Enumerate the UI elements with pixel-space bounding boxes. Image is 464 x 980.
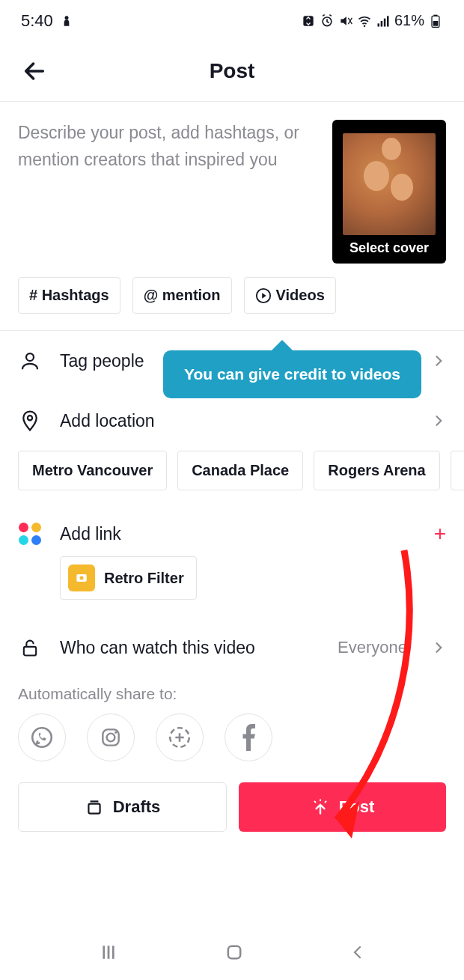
home-icon (224, 942, 245, 963)
privacy-label: Who can watch this video (60, 638, 320, 658)
apps-icon (19, 523, 41, 545)
svg-point-19 (107, 734, 115, 742)
retro-filter-chip[interactable]: Retro Filter (60, 556, 197, 600)
share-instagram[interactable] (87, 713, 135, 761)
chevron-right-icon (431, 413, 446, 428)
mute-icon (338, 13, 353, 28)
retro-filter-label: Retro Filter (104, 570, 184, 587)
add-link-plus-icon: + (434, 522, 446, 546)
status-bar: 5:40 61% (0, 0, 464, 41)
bottom-buttons: Drafts Post (0, 782, 464, 832)
svg-rect-6 (384, 18, 386, 26)
drafts-label: Drafts (113, 797, 161, 817)
share-facebook[interactable] (225, 713, 272, 761)
signal-icon (376, 13, 391, 28)
status-time: 5:40 (21, 11, 53, 31)
recycle-icon (301, 13, 316, 28)
share-whatsapp[interactable] (18, 713, 66, 761)
person-icon (19, 350, 41, 372)
location-chip[interactable]: Rogers Arena (314, 451, 439, 490)
videos-chip[interactable]: Videos (244, 277, 336, 314)
drafts-icon (85, 797, 104, 817)
add-location-label: Add location (60, 411, 413, 431)
svg-rect-16 (24, 647, 36, 656)
facebook-icon (240, 724, 257, 751)
location-suggestions: Metro Vancouver Canada Place Rogers Aren… (0, 451, 464, 511)
post-label: Post (339, 797, 375, 817)
post-icon (311, 797, 330, 817)
svg-rect-23 (228, 946, 240, 958)
location-chip[interactable]: Canada Place (177, 451, 303, 490)
whatsapp-icon (29, 725, 55, 750)
svg-point-13 (28, 416, 32, 420)
cover-label: Select cover (332, 240, 446, 256)
drafts-button[interactable]: Drafts (18, 782, 227, 832)
svg-rect-5 (381, 21, 383, 27)
story-add-icon (167, 725, 192, 750)
svg-point-20 (115, 731, 117, 734)
chevron-right-icon (431, 640, 446, 655)
share-story[interactable] (156, 713, 204, 761)
tooltip-credit-videos: You can give credit to videos (163, 350, 421, 398)
svg-point-3 (364, 25, 366, 26)
cover-thumbnail[interactable]: Select cover (332, 120, 446, 264)
header: Post (0, 41, 464, 101)
unlock-icon (19, 637, 40, 658)
share-row (0, 713, 464, 782)
alarm-icon (320, 13, 335, 28)
location-pin-icon (19, 410, 41, 432)
instagram-icon (99, 725, 123, 749)
svg-rect-7 (387, 16, 389, 26)
post-button[interactable]: Post (239, 782, 446, 832)
svg-rect-9 (434, 14, 438, 16)
nav-back[interactable] (349, 943, 367, 964)
nav-recents[interactable] (97, 941, 120, 967)
back-button[interactable] (19, 56, 49, 86)
filter-icon (68, 564, 95, 591)
privacy-value: Everyone (338, 638, 407, 657)
auto-share-label: Automatically share to: (0, 678, 464, 713)
suggestion-chip-row: # Hashtags @ mention Videos (0, 277, 464, 330)
svg-point-15 (80, 576, 84, 580)
svg-point-12 (26, 353, 34, 361)
add-location-row[interactable]: Add location (0, 391, 464, 451)
caption-input[interactable]: Describe your post, add hashtags, or men… (18, 120, 319, 264)
battery-percent: 61% (394, 12, 424, 29)
add-link-label: Add link (60, 524, 416, 544)
videos-chip-label: Videos (276, 287, 325, 304)
play-circle-icon (255, 287, 272, 304)
page-title: Post (210, 59, 255, 83)
battery-icon (428, 13, 443, 28)
arrow-left-icon (22, 58, 47, 84)
recents-icon (97, 941, 120, 964)
parental-icon (59, 13, 74, 28)
svg-rect-4 (377, 23, 379, 26)
nav-back-icon (349, 943, 367, 961)
svg-rect-10 (433, 21, 439, 26)
privacy-row[interactable]: Who can watch this video Everyone (0, 618, 464, 678)
svg-point-0 (64, 16, 68, 19)
chevron-right-icon (431, 353, 446, 368)
android-navbar (0, 928, 464, 980)
caption-area: Describe your post, add hashtags, or men… (0, 102, 464, 277)
mention-chip[interactable]: @ mention (132, 277, 232, 314)
location-chip[interactable]: Metro Vancouver (18, 451, 167, 490)
svg-rect-22 (88, 804, 100, 814)
hashtags-chip[interactable]: # Hashtags (18, 277, 120, 314)
add-link-row[interactable]: Add link + (0, 511, 464, 556)
location-chip[interactable]: New Y (451, 451, 464, 490)
nav-home[interactable] (224, 942, 245, 966)
svg-point-17 (32, 728, 52, 747)
wifi-icon (357, 13, 372, 28)
